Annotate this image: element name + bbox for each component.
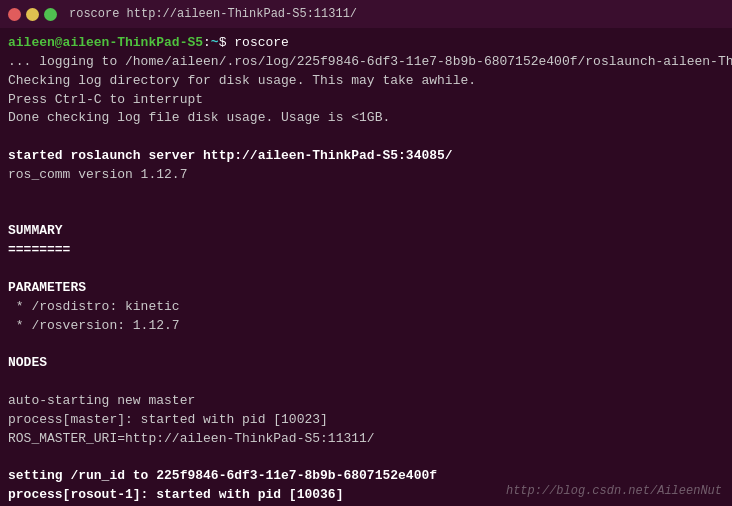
output-line-17: NODES bbox=[8, 354, 724, 373]
output-line-11: ======== bbox=[8, 241, 724, 260]
prompt-user: aileen@aileen-ThinkPad-S5 bbox=[8, 35, 203, 50]
watermark: http://blog.csdn.net/AileenNut bbox=[506, 484, 722, 498]
output-line-9 bbox=[8, 204, 724, 223]
terminal-body[interactable]: aileen@aileen-ThinkPad-S5:~$ roscore ...… bbox=[0, 28, 732, 506]
output-line-4: Done checking log file disk usage. Usage… bbox=[8, 109, 724, 128]
prompt-separator: : bbox=[203, 35, 211, 50]
output-line-15: * /rosversion: 1.12.7 bbox=[8, 317, 724, 336]
output-line-20: process[master]: started with pid [10023… bbox=[8, 411, 724, 430]
window-title: roscore http://aileen-ThinkPad-S5:11311/ bbox=[69, 7, 357, 21]
maximize-button[interactable] bbox=[44, 8, 57, 21]
title-bar: roscore http://aileen-ThinkPad-S5:11311/ bbox=[0, 0, 732, 28]
terminal-window: roscore http://aileen-ThinkPad-S5:11311/… bbox=[0, 0, 732, 506]
output-line-18 bbox=[8, 373, 724, 392]
output-line-3: Press Ctrl-C to interrupt bbox=[8, 91, 724, 110]
output-line-8 bbox=[8, 185, 724, 204]
output-line-21: ROS_MASTER_URI=http://aileen-ThinkPad-S5… bbox=[8, 430, 724, 449]
output-line-12 bbox=[8, 260, 724, 279]
close-button[interactable] bbox=[8, 8, 21, 21]
minimize-button[interactable] bbox=[26, 8, 39, 21]
prompt-line: aileen@aileen-ThinkPad-S5:~$ roscore bbox=[8, 34, 724, 53]
output-line-5 bbox=[8, 128, 724, 147]
output-line-19: auto-starting new master bbox=[8, 392, 724, 411]
traffic-lights bbox=[8, 8, 57, 21]
output-line-6: started roslaunch server http://aileen-T… bbox=[8, 147, 724, 166]
output-line-1: ... logging to /home/aileen/.ros/log/225… bbox=[8, 53, 724, 72]
output-line-13: PARAMETERS bbox=[8, 279, 724, 298]
prompt-dir: ~ bbox=[211, 35, 219, 50]
command-text: roscore bbox=[226, 35, 288, 50]
output-line-10: SUMMARY bbox=[8, 222, 724, 241]
output-line-14: * /rosdistro: kinetic bbox=[8, 298, 724, 317]
output-line-22 bbox=[8, 449, 724, 468]
output-line-16 bbox=[8, 336, 724, 355]
output-line-2: Checking log directory for disk usage. T… bbox=[8, 72, 724, 91]
output-line-7: ros_comm version 1.12.7 bbox=[8, 166, 724, 185]
